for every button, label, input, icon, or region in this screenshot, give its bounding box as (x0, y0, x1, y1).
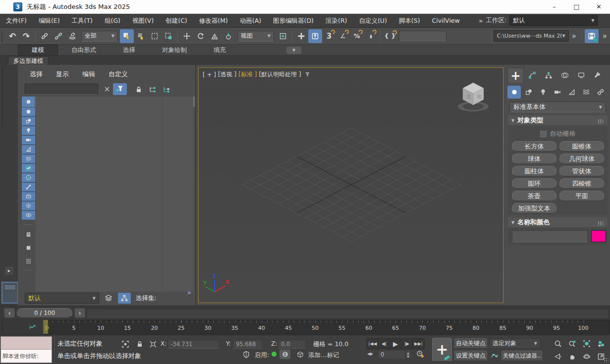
viewport-menu-quality[interactable]: [标准 ] (238, 70, 257, 79)
layer-explorer-button[interactable] (102, 293, 115, 304)
key-filters-button[interactable]: 关键点过滤器.. (501, 351, 542, 361)
menu-item[interactable]: 脚本(S) (393, 14, 426, 27)
listener-script-row[interactable]: 脚本迷你侦听: (1, 350, 52, 363)
viewcube-front-face-label[interactable]: 前 (477, 94, 482, 99)
rectangular-selection-region-button[interactable] (148, 29, 162, 43)
explorer-thumbnail-view-button[interactable] (22, 242, 35, 254)
previous-frame-button[interactable]: ◀| (379, 339, 390, 349)
explorer-detail-view-button[interactable] (22, 255, 35, 267)
bind-to-spacewarp-button[interactable] (65, 29, 79, 43)
window-resize-grip[interactable] (604, 358, 609, 363)
explorer-menu-item[interactable]: 编辑 (82, 70, 95, 79)
select-and-move-button[interactable] (180, 29, 194, 43)
percent-snap-button[interactable]: % (350, 29, 364, 43)
select-and-scale-button[interactable] (208, 29, 222, 43)
trackbar-drag-handle[interactable] (1, 321, 4, 332)
absolute-mode-transform-button[interactable] (148, 339, 158, 349)
viewcube-left-face-label[interactable]: 左 (467, 94, 471, 99)
lock-explorer-button[interactable] (133, 84, 145, 95)
panel-drag-handle[interactable] (1, 67, 4, 126)
tab-utilities[interactable] (589, 68, 606, 83)
menu-item[interactable]: 视图(V) (126, 14, 160, 27)
explorer-menu-item[interactable]: 显示 (56, 70, 69, 79)
viewport-filter-icon[interactable] (304, 71, 311, 78)
time-slider-track[interactable] (87, 309, 608, 317)
unlink-selection-button[interactable] (52, 29, 65, 43)
menu-item[interactable]: 渲染(R) (320, 14, 353, 27)
current-frame-spinner[interactable]: 0 ▲▼ (378, 350, 411, 359)
reference-coordinate-dropdown[interactable]: 视图▼ (237, 31, 274, 42)
menu-item[interactable]: 创建(C) (160, 14, 193, 27)
filter-particles-toggle[interactable] (22, 202, 35, 210)
layer-dropdown[interactable]: 默认 ▼ (25, 293, 99, 304)
time-configuration-button[interactable] (415, 349, 425, 359)
filter-shapes-toggle[interactable] (22, 117, 35, 126)
primitive-button[interactable]: 长方体 (512, 141, 556, 152)
tab-create[interactable]: + (507, 68, 524, 83)
primitive-button[interactable]: 圆锥体 (559, 141, 604, 152)
filter-cameras-toggle[interactable] (22, 136, 35, 145)
hierarchy-view-button[interactable] (118, 293, 131, 304)
filter-geometry-toggle[interactable] (22, 107, 35, 116)
goto-start-button[interactable]: |◀◀ (367, 339, 379, 349)
expand-panel-button[interactable]: ▶ (5, 267, 13, 274)
filter-groups-toggle[interactable] (22, 164, 35, 173)
previous-frame-arrow[interactable]: ‹ (4, 308, 15, 318)
mute-count-button[interactable]: 0 (279, 350, 290, 359)
object-name-field[interactable] (512, 230, 588, 242)
filter-xrefs-toggle[interactable] (22, 173, 35, 182)
expand-hierarchy-button[interactable] (147, 84, 159, 95)
goto-end-button[interactable]: ▶▶| (413, 339, 424, 349)
zoom-extents-all-button[interactable] (594, 338, 608, 350)
primitive-button[interactable]: 圆柱体 (512, 166, 556, 176)
play-button[interactable]: ▶ (390, 339, 401, 349)
category-cameras-button[interactable] (551, 86, 564, 99)
cer-shield-icon[interactable] (241, 350, 251, 360)
category-geometry-button[interactable] (507, 86, 521, 99)
toolbar-overflow-icon[interactable]: » (569, 32, 579, 41)
collapse-hierarchy-button[interactable] (161, 84, 172, 95)
y-coordinate-field[interactable]: 95.688 (233, 340, 263, 349)
menu-item[interactable]: 文件(F) (0, 14, 33, 27)
x-coordinate-field[interactable]: -34.731 (167, 340, 219, 349)
listener-macro-row[interactable] (1, 337, 52, 350)
key-mode-curve-icon[interactable] (489, 351, 500, 361)
primitive-button[interactable]: 茶壶 (512, 191, 556, 201)
trackbar-ruler[interactable]: 0510152025303540455055606570758085909510… (44, 320, 610, 334)
primitive-button[interactable]: 四棱锥 (559, 178, 604, 189)
key-mode-toggle[interactable]: ◀▶ (367, 352, 373, 356)
tab-motion[interactable] (556, 68, 573, 83)
maxscript-mini-listener[interactable]: 脚本迷你侦听: (0, 336, 52, 363)
menu-item[interactable]: CivilView (426, 14, 466, 27)
toolbar-drag-handle[interactable] (1, 30, 3, 43)
menu-overflow-icon[interactable]: » (479, 17, 483, 25)
z-coordinate-field[interactable]: 0.0 (278, 340, 306, 349)
explorer-menu-item[interactable]: 选择 (30, 70, 43, 79)
primitive-category-dropdown[interactable]: 标准基本体 ▼ (509, 102, 606, 112)
redo-button[interactable]: ↷ (19, 29, 33, 43)
display-geometry-column-icon[interactable] (22, 97, 35, 107)
time-slider-frame-display[interactable]: 0 / 100 (17, 308, 72, 318)
ribbon-tab[interactable]: 自由形式 (58, 45, 110, 55)
select-by-name-button[interactable] (134, 29, 148, 43)
ribbon-tab[interactable]: 选择 (110, 45, 149, 55)
tab-display[interactable] (573, 68, 589, 83)
viewport-menu-shading[interactable]: [默认明暗处理 ] (259, 70, 301, 79)
tab-hierarchy[interactable] (540, 68, 556, 83)
category-helpers-button[interactable] (565, 86, 578, 99)
filter-visibility-toggle[interactable] (22, 211, 35, 220)
menu-item[interactable]: 动画(A) (234, 14, 267, 27)
filter-helpers-toggle[interactable] (22, 145, 35, 154)
field-of-view-button[interactable] (551, 351, 564, 363)
viewport-menu-pov[interactable]: [透视 ] (218, 70, 236, 79)
set-key-button[interactable]: 设置关键点 (454, 351, 487, 361)
maximize-button[interactable]: □ (565, 0, 588, 13)
viewcube[interactable]: 左 前 (452, 77, 494, 118)
category-shapes-button[interactable] (522, 86, 535, 99)
spinner-arrows-icon[interactable]: ▲▼ (405, 350, 411, 359)
object-color-swatch[interactable] (591, 230, 606, 242)
ribbon-tab[interactable]: 建模 (18, 45, 58, 55)
primitive-button[interactable]: 加强型文本 (512, 203, 556, 213)
orbit-button[interactable] (580, 351, 593, 363)
primitive-button[interactable]: 平面 (559, 191, 604, 201)
